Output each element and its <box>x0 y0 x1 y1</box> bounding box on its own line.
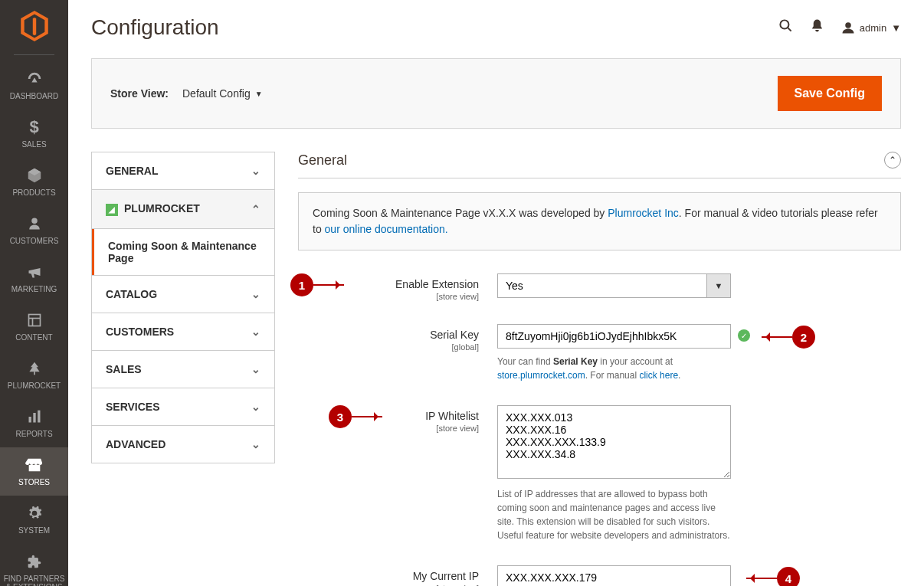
page-title: Configuration <box>91 15 219 40</box>
config-nav-sales[interactable]: SALES⌄ <box>92 351 274 388</box>
config-sub-coming-soon[interactable]: Coming Soon & Maintenance Page <box>92 229 274 275</box>
svg-rect-1 <box>28 315 40 326</box>
annotation-2: 2 <box>792 326 815 349</box>
store-icon <box>2 455 67 475</box>
my-current-ip-label: My Current IP <box>413 570 479 582</box>
nav-dashboard[interactable]: Dashboard <box>0 61 68 110</box>
admin-username: admin <box>860 22 886 34</box>
chevron-icon: ⌄ <box>251 326 260 338</box>
search-icon[interactable] <box>778 18 793 37</box>
chevron-down-icon: ▼ <box>891 22 901 34</box>
config-nav-catalog[interactable]: CATALOG⌄ <box>92 276 274 313</box>
svg-point-0 <box>31 218 38 224</box>
layout-icon <box>2 310 67 330</box>
chevron-icon: ⌄ <box>251 438 260 450</box>
nav-stores[interactable]: Stores <box>0 447 68 496</box>
nav-reports[interactable]: Reports <box>0 399 68 447</box>
store-view-label: Store View: <box>110 87 169 100</box>
box-icon <box>2 165 67 185</box>
svg-line-9 <box>788 28 791 31</box>
section-collapse-button[interactable]: ⌃ <box>884 152 901 169</box>
config-nav-customers[interactable]: CUSTOMERS⌄ <box>92 313 274 351</box>
tree-icon <box>2 358 67 378</box>
admin-sidebar: Dashboard$SalesProductsCustomersMarketin… <box>0 0 68 586</box>
person-icon <box>2 214 67 234</box>
nav-content[interactable]: Content <box>0 303 68 351</box>
ip-whitelist-hint: List of IP addresses that are allowed to… <box>497 487 731 542</box>
config-nav-general[interactable]: GENERAL⌄ <box>92 152 274 190</box>
svg-rect-6 <box>33 413 35 423</box>
enable-extension-label: Enable Extension <box>395 278 479 290</box>
user-icon <box>841 21 855 34</box>
svg-point-10 <box>845 22 851 28</box>
svg-point-8 <box>780 20 788 28</box>
config-nav-plumrocket[interactable]: ◢PLUMROCKET⌃ <box>92 190 274 229</box>
config-nav-advanced[interactable]: ADVANCED⌄ <box>92 426 274 463</box>
nav-products[interactable]: Products <box>0 158 68 206</box>
admin-account-dropdown[interactable]: admin ▼ <box>841 21 901 34</box>
nav-customers[interactable]: Customers <box>0 206 68 254</box>
chevron-icon: ⌃ <box>251 203 260 215</box>
chevron-up-icon: ⌃ <box>889 155 896 165</box>
dashboard-icon <box>2 69 67 89</box>
nav-plumrocket[interactable]: Plumrocket <box>0 351 68 399</box>
config-nav-services[interactable]: SERVICES⌄ <box>92 388 274 426</box>
nav-find-partners-extensions[interactable]: Find Partners & Extensions <box>0 544 68 586</box>
notifications-icon[interactable] <box>810 18 824 37</box>
magento-logo[interactable] <box>21 0 48 51</box>
bars-icon <box>2 407 67 427</box>
dollar-icon: $ <box>2 117 67 137</box>
nav-system[interactable]: System <box>0 496 68 544</box>
config-nav: GENERAL⌄◢PLUMROCKET⌃Coming Soon & Mainte… <box>91 152 275 463</box>
serial-valid-icon: ✓ <box>738 329 750 342</box>
megaphone-icon <box>2 262 67 282</box>
manual-link[interactable]: click here <box>639 370 678 381</box>
plumrocket-brand-icon: ◢ <box>106 204 118 216</box>
ip-whitelist-textarea[interactable] <box>497 405 731 479</box>
svg-rect-4 <box>34 372 35 375</box>
vendor-link[interactable]: Plumrocket Inc <box>608 207 679 219</box>
my-current-ip-input[interactable] <box>497 565 731 586</box>
nav-marketing[interactable]: Marketing <box>0 254 68 303</box>
chevron-icon: ⌄ <box>251 288 260 300</box>
ip-whitelist-label: IP Whitelist <box>425 410 479 422</box>
gear-icon <box>2 503 67 523</box>
caret-down-icon: ▼ <box>255 90 263 98</box>
puzzle-icon <box>2 552 67 571</box>
chevron-icon: ⌄ <box>251 165 260 177</box>
chevron-icon: ⌄ <box>251 401 260 413</box>
store-link[interactable]: store.plumrocket.com <box>497 370 585 381</box>
svg-rect-5 <box>28 417 31 423</box>
serial-key-input[interactable] <box>497 324 731 349</box>
store-view-selector[interactable]: Default Config ▼ <box>182 87 263 100</box>
save-config-button[interactable]: Save Config <box>778 76 882 111</box>
extension-info-box: Coming Soon & Maintenance Page vX.X.X wa… <box>298 192 901 250</box>
nav-sales[interactable]: $Sales <box>0 110 68 158</box>
serial-key-label: Serial Key <box>430 329 479 341</box>
select-arrow-icon[interactable]: ▼ <box>706 273 731 298</box>
documentation-link[interactable]: our online documentation. <box>325 223 448 235</box>
enable-extension-select[interactable]: Yes <box>497 273 706 298</box>
chevron-icon: ⌄ <box>251 363 260 375</box>
section-title: General <box>298 152 347 169</box>
svg-rect-7 <box>38 411 40 423</box>
annotation-4: 4 <box>777 567 800 586</box>
